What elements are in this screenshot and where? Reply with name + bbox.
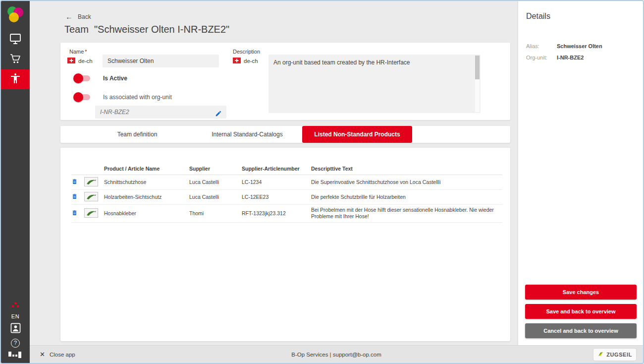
name-language-code: de-ch xyxy=(78,58,93,64)
alias-label: Alias: xyxy=(526,43,557,49)
swiss-flag-icon xyxy=(233,57,241,65)
table-row[interactable]: Schnittschutzhose Luca Castelli LC-1234 … xyxy=(71,175,502,190)
delete-row-icon[interactable] xyxy=(71,209,78,217)
status-dots-icon xyxy=(11,301,20,310)
back-label: Back xyxy=(78,13,91,20)
cell-article-number: LC-12EE23 xyxy=(242,190,311,205)
is-active-row: Is Active xyxy=(73,73,127,83)
cell-description: Die perfekte Schutzbrille für Holzarbeit… xyxy=(311,190,502,205)
app-logo[interactable] xyxy=(5,5,25,25)
textarea-scrollbar[interactable] xyxy=(475,56,480,112)
zugseil-icon xyxy=(597,350,604,359)
tabs-bar: Team definition Internal Standard-Catalo… xyxy=(60,126,510,143)
col-header-delete xyxy=(71,163,84,175)
col-header-image xyxy=(84,163,104,175)
is-active-toggle[interactable] xyxy=(73,73,91,83)
cell-supplier: Thomi xyxy=(189,205,242,222)
org-unit-input-value: I-NR-BZE2 xyxy=(100,109,129,116)
tab-internal-standard-catalogs[interactable]: Internal Standard-Catalogs xyxy=(192,126,302,143)
app-logo-icon xyxy=(5,5,25,25)
org-unit-toggle[interactable] xyxy=(73,92,91,102)
product-thumbnail xyxy=(84,192,98,201)
cell-supplier: Luca Castelli xyxy=(189,190,242,205)
panel-buttons: Save changes Save and back to overview C… xyxy=(525,285,637,338)
footer-support-text: B-Op Services | support@b-op.com xyxy=(291,352,381,358)
save-and-back-button[interactable]: Save and back to overview xyxy=(525,304,637,319)
tab-listed-non-standard-products[interactable]: Listed Non-Standard Products xyxy=(302,126,412,143)
org-unit-input[interactable]: I-NR-BZE2 xyxy=(95,106,226,119)
sidebar-nav xyxy=(1,30,30,89)
save-changes-button[interactable]: Save changes xyxy=(525,285,637,300)
sidebar-item-teams[interactable] xyxy=(1,69,30,89)
zugseil-brand-text: ZUGSEIL xyxy=(606,352,632,358)
org-unit-toggle-row: Is associated with org-unit xyxy=(73,92,172,102)
cell-article-number: RFT-1323jkj23.312 xyxy=(242,205,311,222)
org-unit-label: Org-unit: xyxy=(526,55,557,61)
description-label: Description xyxy=(233,49,260,55)
sidebar-item-dashboard[interactable] xyxy=(1,30,30,50)
bop-logo-icon xyxy=(8,351,22,360)
products-table: Product / Article Name Supplier Supplier… xyxy=(71,163,502,223)
toggle-knob xyxy=(73,92,83,102)
close-app-button[interactable]: ✕ Close app xyxy=(40,351,75,358)
sidebar-item-shop[interactable] xyxy=(1,50,30,69)
required-asterisk: * xyxy=(85,49,87,55)
product-thumbnail xyxy=(84,177,98,186)
main-content: ← Back Team "Schweisser Olten I-NR-BZE2"… xyxy=(30,1,518,345)
cancel-and-back-button[interactable]: Cancel and back to overview xyxy=(525,323,637,338)
delete-row-icon[interactable] xyxy=(71,178,78,185)
cell-product-name: Schnittschutzhose xyxy=(104,175,189,190)
footer-bar: ✕ Close app B-Op Services | support@b-op… xyxy=(30,345,643,363)
cell-description: Die Superinvoative Schnittschutzhose von… xyxy=(311,175,502,190)
table-row[interactable]: Holzarbeiten-Sichtschutz Luca Castelli L… xyxy=(71,190,502,205)
col-header-supplier: Supplier xyxy=(189,163,242,175)
language-selector[interactable]: EN xyxy=(11,313,19,319)
shopping-cart-icon xyxy=(9,53,21,66)
app-window: EN ? ← Back Team "Schweisser Olten I-NR-… xyxy=(0,0,644,364)
name-input[interactable]: Schweisser Olten xyxy=(103,55,219,67)
details-panel: Details Alias: Schweisser Olten Org-unit… xyxy=(518,1,643,345)
zugseil-logo: ZUGSEIL xyxy=(593,349,636,361)
delete-row-icon[interactable] xyxy=(71,193,78,200)
cell-article-number: LC-1234 xyxy=(242,175,311,190)
tab-team-definition[interactable]: Team definition xyxy=(82,126,192,143)
col-header-description: Descripttive Text xyxy=(311,163,502,175)
scrollbar-thumb[interactable] xyxy=(475,56,480,79)
cell-supplier: Luca Castelli xyxy=(189,175,242,190)
description-textarea[interactable]: An org-unit based team created by the HR… xyxy=(268,55,481,113)
is-active-label: Is Active xyxy=(103,75,127,82)
cell-product-name: Hosnabkleber xyxy=(104,205,189,222)
name-label: Name* xyxy=(69,49,87,55)
description-text: An org-unit based team created by the HR… xyxy=(273,59,470,66)
name-language-chip[interactable]: de-ch xyxy=(67,55,93,67)
team-form-card: Name* de-ch Schweisser Olten Is Active I… xyxy=(60,43,510,120)
alias-value: Schweisser Olten xyxy=(557,43,602,49)
table-header-row: Product / Article Name Supplier Supplier… xyxy=(71,163,502,175)
help-icon[interactable]: ? xyxy=(11,339,20,348)
details-title: Details xyxy=(526,12,550,21)
edit-pencil-icon[interactable] xyxy=(215,109,222,121)
sidebar: EN ? xyxy=(1,1,30,363)
close-app-label: Close app xyxy=(50,352,75,358)
monitor-icon xyxy=(9,33,21,47)
profile-icon[interactable] xyxy=(10,323,21,335)
cell-product-name: Holzarbeiten-Sichtschutz xyxy=(104,190,189,205)
toggle-knob xyxy=(73,73,83,83)
product-thumbnail xyxy=(84,208,98,218)
org-unit-toggle-label: Is associated with org-unit xyxy=(103,94,172,101)
col-header-article-number: Supplier-Articlenumber xyxy=(242,163,311,175)
col-header-product-name: Product / Article Name xyxy=(104,163,189,175)
swiss-flag-icon xyxy=(67,57,75,65)
page-title: Team "Schweisser Olten I-NR-BZE2" xyxy=(64,24,229,35)
person-accessibility-icon xyxy=(9,72,21,86)
cell-description: Bei Probelmen mit der Hose hilft dieser … xyxy=(311,205,502,222)
close-icon: ✕ xyxy=(40,351,45,358)
name-label-text: Name xyxy=(69,49,84,55)
org-unit-value: I-NR-BZE2 xyxy=(557,55,584,61)
description-language-chip[interactable]: de-ch xyxy=(233,55,258,67)
org-unit-row: Org-unit: I-NR-BZE2 xyxy=(526,55,584,61)
products-table-card: Product / Article Name Supplier Supplier… xyxy=(60,148,510,341)
back-button[interactable]: ← Back xyxy=(65,13,91,20)
table-row[interactable]: Hosnabkleber Thomi RFT-1323jkj23.312 Bei… xyxy=(71,205,502,222)
alias-row: Alias: Schweisser Olten xyxy=(526,43,602,49)
